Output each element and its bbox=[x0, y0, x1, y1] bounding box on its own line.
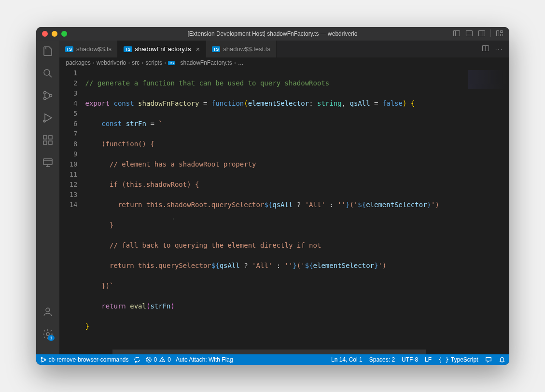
svg-rect-2 bbox=[466, 30, 472, 36]
tab-label: shadow$$.ts bbox=[76, 45, 112, 53]
run-debug-icon[interactable] bbox=[42, 112, 54, 124]
svg-rect-7 bbox=[500, 30, 503, 32]
line-number-gutter: 1 2 3 4 5 6 7 8 9 10 11 12 13 14 bbox=[59, 68, 85, 350]
typescript-icon: TS bbox=[124, 46, 132, 52]
activity-bar: 1 bbox=[36, 41, 59, 354]
window-controls bbox=[42, 31, 67, 37]
cursor-position[interactable]: Ln 14, Col 1 bbox=[331, 356, 363, 363]
minimap-content bbox=[468, 70, 506, 89]
svg-point-12 bbox=[43, 98, 46, 100]
svg-point-9 bbox=[44, 70, 50, 75]
svg-rect-18 bbox=[49, 141, 52, 144]
svg-rect-8 bbox=[500, 34, 503, 36]
panel-left-icon[interactable] bbox=[453, 29, 461, 39]
horizontal-scrollbar[interactable] bbox=[59, 350, 509, 354]
remote-icon[interactable] bbox=[42, 156, 54, 168]
maximize-window-button[interactable] bbox=[61, 31, 67, 37]
branch-name: cb-remove-browser-commands bbox=[49, 356, 129, 363]
minimap[interactable] bbox=[466, 68, 509, 350]
scrollbar-thumb[interactable] bbox=[112, 350, 426, 354]
svg-point-29 bbox=[41, 361, 42, 362]
problems-status[interactable]: 0 0 bbox=[145, 356, 171, 363]
chevron-right-icon: › bbox=[128, 59, 130, 66]
breadcrumb-file[interactable]: TS shadowFnFactory.ts bbox=[168, 59, 232, 66]
breadcrumb-segment[interactable]: packages bbox=[66, 59, 91, 66]
close-icon[interactable]: × bbox=[196, 45, 200, 53]
error-count: 0 bbox=[154, 356, 157, 363]
svg-rect-20 bbox=[43, 159, 52, 165]
eol-status[interactable]: LF bbox=[425, 356, 432, 363]
panel-right-icon[interactable] bbox=[478, 29, 486, 39]
customize-layout-icon[interactable] bbox=[496, 29, 503, 39]
tab-shadowfnfactory[interactable]: TS shadowFnFactory.ts × bbox=[118, 41, 206, 57]
warning-count: 0 bbox=[168, 356, 171, 363]
code-editor[interactable]: 1 2 3 4 5 6 7 8 9 10 11 12 13 14 // gene… bbox=[59, 68, 509, 350]
svg-point-11 bbox=[43, 92, 46, 94]
svg-rect-16 bbox=[43, 136, 47, 139]
svg-rect-17 bbox=[43, 141, 47, 144]
sync-status[interactable] bbox=[134, 356, 140, 363]
more-actions-icon[interactable]: ··· bbox=[495, 45, 503, 53]
panel-bottom-icon[interactable] bbox=[465, 29, 473, 39]
editor-tabs: TS shadow$$.ts TS shadowFnFactory.ts × T… bbox=[59, 41, 509, 57]
notifications-icon[interactable] bbox=[499, 356, 505, 363]
vscode-window: [Extension Development Host] shadowFnFac… bbox=[36, 27, 509, 365]
git-branch-status[interactable]: cb-remove-browser-commands bbox=[40, 356, 129, 363]
encoding-status[interactable]: UTF-8 bbox=[402, 356, 418, 363]
settings-icon[interactable]: 1 bbox=[42, 328, 54, 340]
chevron-right-icon: › bbox=[141, 59, 143, 66]
svg-point-24 bbox=[46, 308, 50, 312]
chevron-right-icon: › bbox=[93, 59, 95, 66]
tab-shadow-test[interactable]: TS shadow$$.test.ts bbox=[206, 41, 277, 57]
source-control-icon[interactable] bbox=[42, 90, 54, 101]
svg-rect-19 bbox=[49, 136, 52, 139]
window-title: [Extension Development Host] shadowFnFac… bbox=[36, 30, 509, 37]
split-editor-icon[interactable] bbox=[482, 44, 489, 54]
typescript-icon: TS bbox=[65, 46, 74, 52]
language-mode[interactable]: { } TypeScript bbox=[438, 356, 478, 363]
breadcrumb-symbol[interactable]: … bbox=[238, 59, 244, 66]
svg-point-15 bbox=[43, 120, 45, 122]
svg-rect-6 bbox=[496, 30, 499, 36]
titlebar: [Extension Development Host] shadowFnFac… bbox=[36, 27, 509, 41]
text-cursor-icon bbox=[124, 202, 125, 210]
close-window-button[interactable] bbox=[42, 31, 48, 37]
typescript-icon: TS bbox=[212, 46, 221, 52]
feedback-icon[interactable] bbox=[485, 356, 492, 363]
code-content[interactable]: // generate a function that can be used … bbox=[85, 68, 509, 350]
svg-rect-4 bbox=[478, 30, 485, 36]
tab-label: shadow$$.test.ts bbox=[223, 45, 270, 53]
settings-badge: 1 bbox=[48, 335, 54, 341]
tab-label: shadowFnFactory.ts bbox=[135, 45, 191, 53]
svg-marker-14 bbox=[45, 114, 52, 122]
explorer-icon[interactable] bbox=[42, 45, 54, 57]
breadcrumbs[interactable]: packages › webdriverio › src › scripts ›… bbox=[59, 57, 509, 68]
tab-shadow-dd[interactable]: TS shadow$$.ts bbox=[59, 41, 118, 57]
breadcrumb-segment[interactable]: webdriverio bbox=[97, 59, 126, 66]
titlebar-layout-controls bbox=[453, 29, 503, 39]
breadcrumb-segment[interactable]: scripts bbox=[145, 59, 162, 66]
minimize-window-button[interactable] bbox=[52, 31, 57, 37]
extensions-icon[interactable] bbox=[42, 134, 54, 146]
editor-area: TS shadow$$.ts TS shadowFnFactory.ts × T… bbox=[59, 41, 509, 354]
svg-point-13 bbox=[49, 95, 52, 97]
svg-rect-0 bbox=[453, 30, 460, 36]
auto-attach-status[interactable]: Auto Attach: With Flag bbox=[176, 356, 233, 363]
svg-line-10 bbox=[49, 75, 52, 78]
svg-point-28 bbox=[41, 357, 42, 359]
search-icon[interactable] bbox=[42, 68, 54, 79]
svg-point-35 bbox=[162, 361, 163, 361]
divider bbox=[490, 29, 491, 37]
status-bar: cb-remove-browser-commands 0 0 Auto Atta… bbox=[36, 354, 509, 365]
accounts-icon[interactable] bbox=[42, 306, 54, 318]
typescript-icon: TS bbox=[168, 61, 175, 65]
chevron-right-icon: › bbox=[234, 59, 236, 66]
chevron-right-icon: › bbox=[164, 59, 166, 66]
indentation-status[interactable]: Spaces: 2 bbox=[369, 356, 395, 363]
breadcrumb-segment[interactable]: src bbox=[132, 59, 140, 66]
